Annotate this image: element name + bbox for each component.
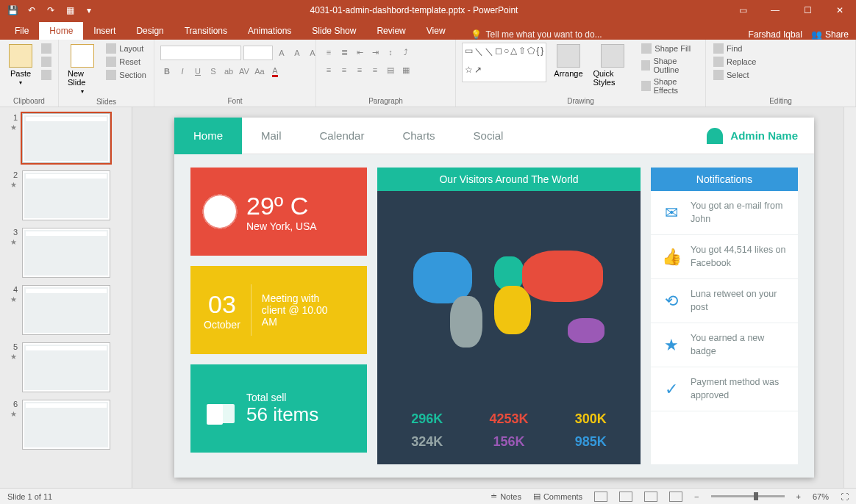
strikethrough-button[interactable]: S (207, 65, 220, 78)
zoom-level[interactable]: 67% (813, 492, 829, 501)
font-size-select[interactable] (243, 46, 273, 60)
tab-home[interactable]: Home (39, 22, 83, 40)
minimize-icon[interactable]: — (759, 0, 791, 21)
decrease-font-icon[interactable]: A (290, 46, 304, 60)
comments-button[interactable]: ▤ Comments (533, 492, 582, 501)
thumbnail-4[interactable]: 4★ (10, 285, 121, 335)
columns-button[interactable]: ▤ (384, 63, 397, 76)
format-painter-button[interactable] (40, 69, 53, 81)
thumbnail-1[interactable]: 1★ (10, 113, 121, 163)
find-button[interactable]: Find (712, 43, 757, 54)
font-family-select[interactable] (160, 46, 241, 60)
tab-insert[interactable]: Insert (83, 22, 126, 40)
align-right-button[interactable]: ≡ (353, 63, 366, 76)
thumbnail-3[interactable]: 3★ (10, 228, 121, 278)
dash-admin-user[interactable]: Admin Name (707, 128, 814, 144)
ribbon-options-icon[interactable]: ▭ (727, 0, 759, 21)
paste-button[interactable]: Paste▾ (6, 43, 35, 87)
slide-content[interactable]: Home Mail Calendar Charts Social Admin N… (174, 118, 814, 478)
bullets-button[interactable]: ≡ (322, 46, 335, 59)
line-spacing-button[interactable]: ↕ (384, 46, 397, 59)
notification-item: ⟲Luna retweet on your post (651, 279, 798, 323)
font-color-button[interactable]: A (268, 65, 282, 78)
effects-icon (641, 81, 650, 91)
cut-button[interactable] (40, 43, 53, 54)
slide-canvas[interactable]: Home Mail Calendar Charts Social Admin N… (132, 107, 856, 488)
select-button[interactable]: Select (712, 69, 757, 81)
outline-icon (641, 60, 650, 71)
slide-thumbnails[interactable]: 1★ 2★ 3★ 4★ 5★ 6★ (0, 107, 132, 488)
shadow-button[interactable]: ab (222, 65, 235, 78)
notification-item: ✉You got an e-mail from John (651, 191, 798, 235)
zoom-out-button[interactable]: − (694, 492, 699, 501)
thumbnail-5[interactable]: 5★ (10, 342, 121, 392)
decrease-indent-button[interactable]: ⇤ (353, 46, 366, 59)
dash-tab-social[interactable]: Social (454, 118, 523, 154)
tab-slideshow[interactable]: Slide Show (302, 22, 366, 40)
justify-button[interactable]: ≡ (368, 63, 382, 76)
share-button[interactable]: 👥Share (811, 29, 849, 40)
undo-icon[interactable]: ↶ (24, 2, 40, 18)
dash-tab-home[interactable]: Home (174, 118, 242, 154)
redo-icon[interactable]: ↷ (43, 2, 59, 18)
checkmark-icon: ✓ (661, 379, 682, 400)
qat-more-icon[interactable]: ▾ (81, 2, 97, 18)
new-slide-button[interactable]: New Slide▾ (65, 43, 100, 96)
zoom-in-button[interactable]: + (796, 492, 801, 501)
fit-to-window-button[interactable]: ⛶ (841, 492, 849, 501)
maximize-icon[interactable]: ☐ (791, 0, 824, 21)
visitors-title: Our Visitors Around The World (377, 168, 641, 191)
thumbnail-6[interactable]: 6★ (10, 400, 121, 450)
tab-design[interactable]: Design (126, 22, 174, 40)
normal-view-icon[interactable] (594, 492, 607, 502)
shape-fill-button[interactable]: Shape Fill (640, 43, 699, 54)
shape-effects-button[interactable]: Shape Effects (640, 76, 699, 96)
sorter-view-icon[interactable] (619, 492, 632, 502)
close-icon[interactable]: ✕ (824, 0, 856, 21)
stat-3: 300K (559, 411, 623, 427)
dash-tab-charts[interactable]: Charts (383, 118, 454, 154)
copy-button[interactable] (40, 56, 53, 68)
thumbnail-2[interactable]: 2★ (10, 170, 121, 220)
replace-button[interactable]: Replace (712, 56, 757, 68)
slide-counter[interactable]: Slide 1 of 11 (7, 492, 52, 501)
align-left-button[interactable]: ≡ (322, 63, 335, 76)
change-case-button[interactable]: Aa (253, 65, 266, 78)
align-center-button[interactable]: ≡ (338, 63, 351, 76)
notes-button[interactable]: ≐ Notes (491, 492, 521, 501)
continent-africa (494, 286, 531, 334)
visitors-panel: Our Visitors Around The World 296K (377, 168, 641, 464)
user-name[interactable]: Farshad Iqbal (749, 29, 802, 40)
zoom-slider[interactable] (711, 495, 785, 497)
arrange-button[interactable]: Arrange (551, 43, 585, 79)
reading-view-icon[interactable] (644, 492, 657, 502)
shapes-gallery[interactable]: ▭＼＼◻○△⇧⬠{}☆↗ (462, 43, 546, 82)
italic-button[interactable]: I (176, 65, 189, 78)
reset-button[interactable]: Reset (104, 56, 148, 68)
increase-indent-button[interactable]: ⇥ (368, 46, 382, 59)
tab-view[interactable]: View (416, 22, 456, 40)
quick-styles-button[interactable]: Quick Styles (591, 43, 636, 88)
section-button[interactable]: Section (104, 69, 148, 81)
slideshow-view-icon[interactable] (669, 492, 682, 502)
tab-review[interactable]: Review (366, 22, 415, 40)
char-spacing-button[interactable]: AV (238, 65, 251, 78)
tell-me-search[interactable]: 💡 Tell me what you want to do... (456, 29, 741, 40)
bold-button[interactable]: B (160, 65, 174, 78)
layout-button[interactable]: Layout (104, 43, 148, 54)
increase-font-icon[interactable]: A (275, 46, 288, 60)
shape-outline-button[interactable]: Shape Outline (640, 56, 699, 75)
underline-button[interactable]: U (191, 65, 204, 78)
start-from-beginning-icon[interactable]: ▦ (62, 2, 78, 18)
save-icon[interactable]: 💾 (4, 2, 21, 18)
numbering-button[interactable]: ≣ (338, 46, 351, 59)
tab-animations[interactable]: Animations (238, 22, 302, 40)
stat-4: 324K (395, 434, 459, 450)
dash-tab-mail[interactable]: Mail (242, 118, 301, 154)
thumbs-up-icon: 👍 (661, 247, 682, 267)
smartart-button[interactable]: ▦ (399, 63, 413, 76)
tab-transitions[interactable]: Transitions (174, 22, 238, 40)
tab-file[interactable]: File (4, 22, 39, 40)
dash-tab-calendar[interactable]: Calendar (301, 118, 384, 154)
text-direction-button[interactable]: ⤴ (399, 46, 413, 59)
